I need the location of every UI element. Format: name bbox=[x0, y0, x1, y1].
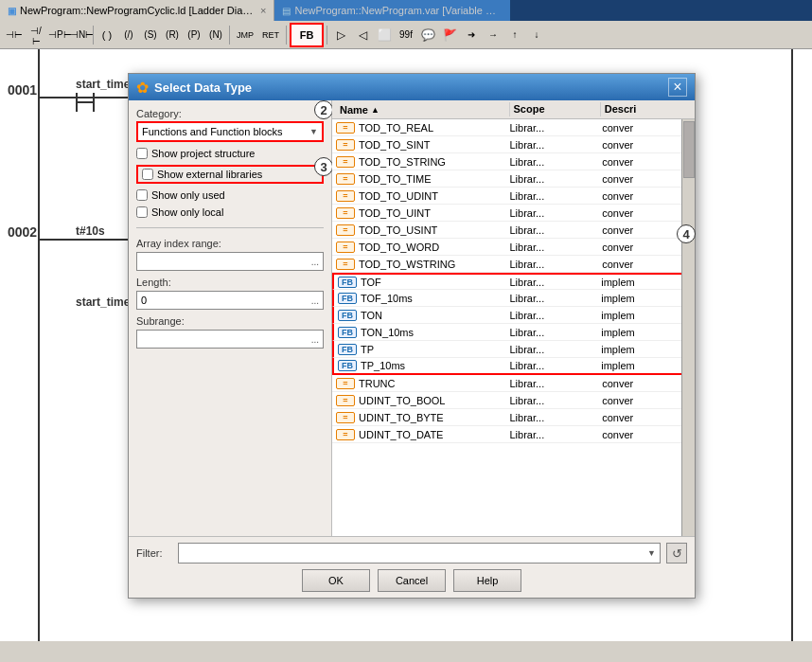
table-cell-desc: implem bbox=[597, 277, 689, 288]
toolbar-btn-s[interactable]: (S) bbox=[140, 25, 161, 45]
table-row[interactable]: = UDINT_TO_BYTE Librar... conver bbox=[332, 409, 695, 426]
table-row[interactable]: = TOD_TO_SINT Librar... conver bbox=[332, 136, 695, 153]
toolbar-sep4 bbox=[327, 26, 327, 45]
toolbar-sep3 bbox=[286, 26, 287, 45]
scrollbar[interactable] bbox=[681, 119, 695, 536]
ok-button[interactable]: OK bbox=[302, 569, 370, 592]
show-external-libraries-label: Show external libraries bbox=[157, 169, 262, 180]
show-only-local-row[interactable]: Show only local bbox=[136, 206, 324, 218]
show-only-local-label: Show only local bbox=[151, 206, 223, 218]
category-dropdown[interactable]: Functions and Function blocks ▼ bbox=[136, 121, 324, 142]
contact1-label: start_timer bbox=[76, 78, 134, 91]
toolbar-btn-coil-n[interactable]: (/)‌ bbox=[118, 25, 139, 45]
toolbar-btn-nc[interactable]: ⊣/⊢ bbox=[26, 25, 46, 45]
table-row[interactable]: FB TP_10ms Librar... implem bbox=[332, 358, 695, 375]
table-cell-scope: Librar... bbox=[506, 224, 599, 236]
toolbar-btn-jmp[interactable]: JMP bbox=[233, 25, 257, 45]
table-cell-name: = TOD_TO_REAL bbox=[336, 122, 506, 134]
toolbar-btn-noc[interactable]: ⊣⊢ bbox=[4, 25, 25, 45]
dialog-close-button[interactable]: × bbox=[668, 78, 687, 97]
table-row[interactable]: FB TOF_10ms Librar... implem bbox=[332, 290, 695, 307]
table-cell-name: = TOD_TO_WORD bbox=[336, 242, 506, 253]
table-row[interactable]: = TRUNC Librar... conver bbox=[332, 375, 695, 392]
help-button[interactable]: Help bbox=[453, 569, 521, 592]
dialog-flower-icon: ✿ bbox=[136, 79, 149, 97]
table-row[interactable]: = TOD_TO_STRING Librar... conver bbox=[332, 153, 695, 170]
show-only-used-checkbox[interactable] bbox=[136, 189, 148, 201]
toolbar-btn-more8[interactable]: → bbox=[483, 25, 503, 45]
toolbar-btn-more10[interactable]: ↓ bbox=[526, 25, 547, 45]
table-row[interactable]: FB TOF Librar... implem bbox=[332, 273, 695, 290]
toolbar-btn-ret[interactable]: RET bbox=[258, 25, 283, 45]
table-cell-scope: Librar... bbox=[506, 310, 598, 321]
scrollbar-thumb[interactable] bbox=[683, 121, 695, 178]
table-row[interactable]: = UDINT_TO_DATE Librar... conver bbox=[332, 426, 695, 443]
filter-refresh-button[interactable]: ↺ bbox=[666, 543, 687, 564]
filter-row: Filter: ▼ ↺ bbox=[136, 543, 687, 564]
length-dots: ... bbox=[311, 295, 319, 306]
contact1-symbol bbox=[76, 93, 134, 112]
toolbar-btn-coil[interactable]: ( ) bbox=[97, 25, 117, 45]
toolbar-btn-more2[interactable]: ◁ bbox=[352, 25, 373, 45]
row-icon: = bbox=[336, 156, 355, 168]
show-only-used-row[interactable]: Show only used bbox=[136, 189, 324, 201]
array-index-input[interactable]: ... bbox=[136, 252, 324, 271]
table-row[interactable]: = TOD_TO_TIME Librar... conver bbox=[332, 170, 695, 188]
table-row[interactable]: FB TON_10ms Librar... implem bbox=[332, 324, 695, 341]
table-cell-scope: Librar... bbox=[506, 378, 599, 389]
dialog-left-panel: Category: Functions and Function blocks … bbox=[129, 100, 332, 536]
toolbar-btn-more3[interactable]: ⬜ bbox=[374, 25, 395, 45]
table-cell-desc: implem bbox=[597, 310, 689, 321]
table-cell-name: = TOD_TO_USINT bbox=[336, 224, 506, 236]
show-external-libraries-checkbox[interactable] bbox=[142, 169, 153, 180]
toolbar-btn-neg[interactable]: ⊣N⊢ bbox=[69, 25, 90, 45]
table-row[interactable]: = TOD_TO_UDINT Librar... conver bbox=[332, 188, 695, 205]
subrange-input[interactable]: ... bbox=[136, 330, 324, 349]
cancel-button[interactable]: Cancel bbox=[378, 569, 446, 592]
show-only-local-checkbox[interactable] bbox=[136, 206, 148, 218]
table-row[interactable]: = TOD_TO_WSTRING Librar... conver bbox=[332, 256, 695, 273]
toolbar-btn-more9[interactable]: ↑ bbox=[504, 25, 525, 45]
table-cell-name: = TOD_TO_SINT bbox=[336, 139, 506, 151]
table-cell-name: FB TOF bbox=[338, 277, 506, 288]
tab-ladder[interactable]: ▣ NewProgram::NewProgramCyclic.ld [Ladde… bbox=[0, 0, 274, 21]
annotation-2: 2 bbox=[314, 100, 333, 119]
dialog-body: Category: Functions and Function blocks … bbox=[129, 100, 695, 536]
toolbar-btn-more5[interactable]: 💬 bbox=[417, 25, 438, 45]
toolbar-btn-pos[interactable]: ⊣P⊢ bbox=[47, 25, 68, 45]
table-cell-name: = TOD_TO_WSTRING bbox=[336, 259, 506, 270]
tab1-close[interactable]: × bbox=[260, 5, 266, 16]
toolbar-sep2 bbox=[229, 26, 230, 45]
table-row[interactable]: = TOD_TO_REAL Librar... conver bbox=[332, 119, 695, 136]
filter-combo[interactable]: ▼ bbox=[178, 543, 661, 564]
show-project-structure-checkbox[interactable] bbox=[136, 148, 148, 159]
row-icon: = bbox=[336, 378, 355, 389]
show-external-libraries-row[interactable]: Show external libraries bbox=[136, 165, 324, 184]
toolbar-btn-more6[interactable]: 🚩 bbox=[439, 25, 460, 45]
length-input[interactable]: 0 ... bbox=[136, 291, 324, 310]
table-cell-desc: conver bbox=[598, 259, 691, 270]
select-data-type-dialog: ✿ Select Data Type × Category: Functions… bbox=[128, 73, 696, 599]
toolbar-btn-more7[interactable]: ➜ bbox=[461, 25, 482, 45]
toolbar-btn-n[interactable]: (N) bbox=[205, 25, 226, 45]
toolbar-btn-fb[interactable]: FB bbox=[290, 23, 324, 47]
table-row[interactable]: = TOD_TO_WORD Librar... conver bbox=[332, 239, 695, 256]
table-row[interactable]: = TOD_TO_USINT Librar... conver bbox=[332, 222, 695, 239]
toolbar-btn-more4[interactable]: 99f bbox=[396, 25, 416, 45]
show-project-structure-row[interactable]: Show project structure bbox=[136, 148, 324, 159]
toolbar-btn-r[interactable]: (R) bbox=[162, 25, 183, 45]
table-cell-scope: Librar... bbox=[506, 395, 599, 406]
table-row[interactable]: FB TP Librar... implem bbox=[332, 341, 695, 358]
row-icon: = bbox=[336, 207, 355, 219]
table-row[interactable]: = TOD_TO_UINT Librar... conver bbox=[332, 205, 695, 222]
table-row[interactable]: = UDINT_TO_BOOL Librar... conver bbox=[332, 392, 695, 409]
table-row[interactable]: FB TON Librar... implem bbox=[332, 307, 695, 324]
left-divider bbox=[136, 227, 324, 228]
row-icon: FB bbox=[338, 277, 357, 288]
toolbar-btn-more1[interactable]: ▷ bbox=[330, 25, 351, 45]
table-cell-name: = UDINT_TO_BYTE bbox=[336, 412, 506, 423]
row-name: UDINT_TO_BYTE bbox=[359, 412, 444, 423]
fb-label: FB bbox=[300, 29, 314, 41]
toolbar-btn-p[interactable]: (P) bbox=[184, 25, 204, 45]
tab-variable[interactable]: ▤ NewProgram::NewProgram.var [Variable D… bbox=[274, 0, 511, 21]
